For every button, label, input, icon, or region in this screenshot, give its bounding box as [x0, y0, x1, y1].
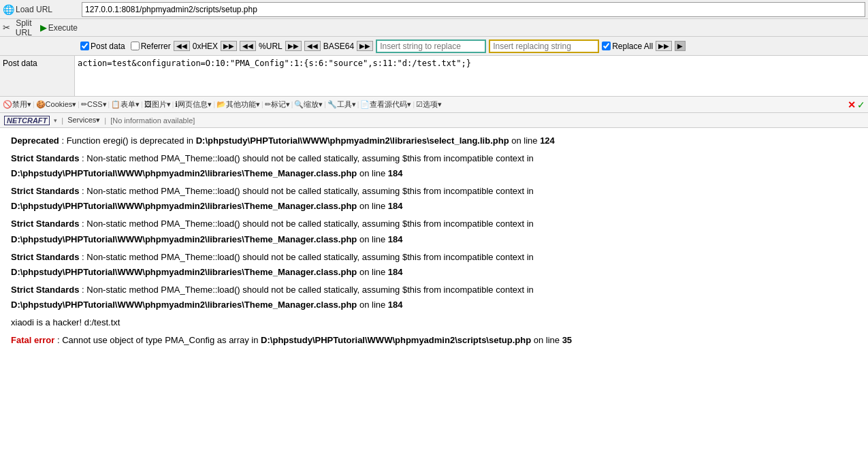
toolbar-row1: 🌐 Load URL — [0, 0, 868, 19]
toolbar-row1b: ✂ Split URL ▶ Execute — [0, 19, 868, 37]
fatal-line: Fatal error : Cannot use object of type … — [11, 333, 857, 348]
strict-line-5: Strict Standards : Non-static method PMA… — [11, 283, 857, 312]
replace-all-label: Replace All — [612, 42, 653, 51]
toolbar-row2: Post data Referrer ◀◀ 0xHEX ▶▶ ◀◀ %URL ▶… — [0, 37, 868, 56]
strict-label-4: Strict Standards — [11, 252, 79, 262]
cn-ban-button[interactable]: 🚫禁用▾ — [3, 99, 31, 110]
netcraft-bar: NETCRAFT ▾ | Services▾ | [No information… — [0, 113, 868, 128]
load-url-icon: 🌐 — [3, 4, 14, 15]
replace-right-arrow1[interactable]: ▶▶ — [656, 41, 672, 51]
cn-form-button[interactable]: 📋表单▾ — [111, 99, 140, 110]
check-icon[interactable]: ✓ — [857, 99, 865, 110]
url-input[interactable] — [82, 2, 865, 17]
execute-icon: ▶ — [40, 22, 47, 33]
strict-line-1: Strict Standards : Non-static method PMA… — [11, 151, 857, 181]
cn-info-button[interactable]: ℹ网页信息▾ — [175, 99, 212, 110]
referrer-checkbox-label[interactable]: Referrer — [131, 42, 171, 51]
postdata-row: Post data action=test&configuration=O:10… — [0, 56, 868, 97]
cn-tool-button[interactable]: 🔧工具▾ — [327, 99, 356, 110]
strict-path-4: D:\phpstudy\PHPTutorial\WWW\phpmyadmin2\… — [11, 267, 357, 277]
post-data-checkbox[interactable] — [80, 42, 89, 50]
replace-all-checkbox[interactable] — [602, 42, 611, 50]
hex-label: 0xHEX — [193, 42, 218, 51]
content-area: Deprecated : Function eregi() is depreca… — [0, 128, 868, 356]
post-data-label: Post data — [91, 42, 125, 51]
strict-label-1: Strict Standards — [11, 153, 79, 163]
fatal-linenum: 35 — [562, 335, 572, 345]
netcraft-logo: NETCRAFT — [4, 116, 50, 125]
load-url-button[interactable]: 🌐 Load URL — [3, 4, 52, 15]
insert-string-input[interactable] — [376, 39, 486, 53]
base64-right-arrow[interactable]: ▶▶ — [357, 41, 373, 51]
strict-label-5: Strict Standards — [11, 285, 79, 295]
hex-left-arrow[interactable]: ◀◀ — [174, 41, 190, 51]
close-icon[interactable]: ✕ — [848, 99, 856, 110]
strict-linenum-5: 184 — [388, 300, 403, 310]
deprecated-line: Deprecated : Function eregi() is depreca… — [11, 133, 857, 148]
referrer-label: Referrer — [141, 42, 171, 51]
insert-replacing-input[interactable] — [489, 39, 599, 53]
netcraft-services-button[interactable]: Services▾ — [67, 116, 100, 125]
execute-button[interactable]: ▶ Execute — [40, 22, 78, 33]
postdata-label: Post data — [0, 56, 75, 96]
percent-left-arrow[interactable]: ◀◀ — [240, 41, 256, 51]
strict-linenum-4: 184 — [388, 267, 403, 277]
base64-left-arrow[interactable]: ◀◀ — [304, 41, 321, 51]
cn-css-button[interactable]: ✏CSS▾ — [81, 100, 107, 109]
cn-cookies-button[interactable]: 🍪Cookies▾ — [36, 100, 77, 109]
strict-path-1: D:\phpstudy\PHPTutorial\WWW\phpmyadmin2\… — [11, 168, 357, 178]
cn-toolbar: 🚫禁用▾ | 🍪Cookies▾ | ✏CSS▾ | 📋表单▾ | 🖼图片▾ |… — [0, 97, 868, 113]
cn-options-button[interactable]: ☑选项▾ — [416, 99, 442, 110]
strict-linenum-2: 184 — [388, 201, 403, 211]
cn-image-button[interactable]: 🖼图片▾ — [144, 99, 171, 110]
split-url-button[interactable]: ✂ Split URL — [3, 18, 36, 37]
strict-label-3: Strict Standards — [11, 219, 79, 229]
split-execute-buttons: ✂ Split URL ▶ Execute — [3, 18, 78, 37]
strict-linenum-1: 184 — [388, 168, 403, 178]
cn-zoom-button[interactable]: 🔍缩放▾ — [294, 99, 323, 110]
fatal-label: Fatal error — [11, 335, 54, 345]
percent-label: %URL — [259, 42, 283, 51]
hacker-note: xiaodi is a hacker! d:/test.txt — [11, 315, 857, 330]
split-url-icon: ✂ — [3, 22, 10, 33]
deprecated-label: Deprecated — [11, 135, 59, 146]
base64-label: BASE64 — [323, 42, 354, 51]
referrer-checkbox[interactable] — [131, 42, 140, 50]
strict-path-2: D:\phpstudy\PHPTutorial\WWW\phpmyadmin2\… — [11, 201, 357, 211]
postdata-textarea[interactable]: action=test&configuration=O:10:"PMA_Conf… — [75, 56, 868, 96]
percent-right-arrow[interactable]: ▶▶ — [285, 41, 302, 51]
fatal-path: D:\phpstudy\PHPTutorial\WWW\phpmyadmin2\… — [261, 335, 531, 345]
netcraft-info: [No information available] — [110, 116, 195, 125]
strict-line-4: Strict Standards : Non-static method PMA… — [11, 250, 857, 280]
hex-right-arrow[interactable]: ▶▶ — [221, 41, 237, 51]
cn-mark-button[interactable]: ✏标记▾ — [265, 99, 290, 110]
toolbar1-left-buttons: 🌐 Load URL — [3, 4, 78, 15]
cn-other-button[interactable]: 📂其他功能▾ — [216, 99, 260, 110]
cn-source-button[interactable]: 📄查看源代码▾ — [360, 99, 411, 110]
replace-right-arrow2[interactable]: ▶ — [675, 41, 686, 51]
deprecated-line-num: 124 — [540, 135, 555, 146]
load-url-label: Load URL — [16, 5, 52, 14]
replace-all-checkbox-label[interactable]: Replace All — [602, 42, 653, 51]
strict-line-2: Strict Standards : Non-static method PMA… — [11, 184, 857, 214]
strict-line-3: Strict Standards : Non-static method PMA… — [11, 216, 857, 246]
strict-path-5: D:\phpstudy\PHPTutorial\WWW\phpmyadmin2\… — [11, 300, 357, 310]
post-data-checkbox-label[interactable]: Post data — [80, 42, 125, 51]
netcraft-dropdown-icon[interactable]: ▾ — [54, 117, 57, 124]
strict-label-2: Strict Standards — [11, 186, 79, 196]
strict-path-3: D:\phpstudy\PHPTutorial\WWW\phpmyadmin2\… — [11, 234, 357, 244]
deprecated-path: D:\phpstudy\PHPTutorial\WWW\phpmyadmin2\… — [196, 135, 509, 146]
split-url-label: Split URL — [12, 18, 36, 37]
execute-label: Execute — [48, 23, 78, 33]
strict-linenum-3: 184 — [388, 234, 403, 244]
